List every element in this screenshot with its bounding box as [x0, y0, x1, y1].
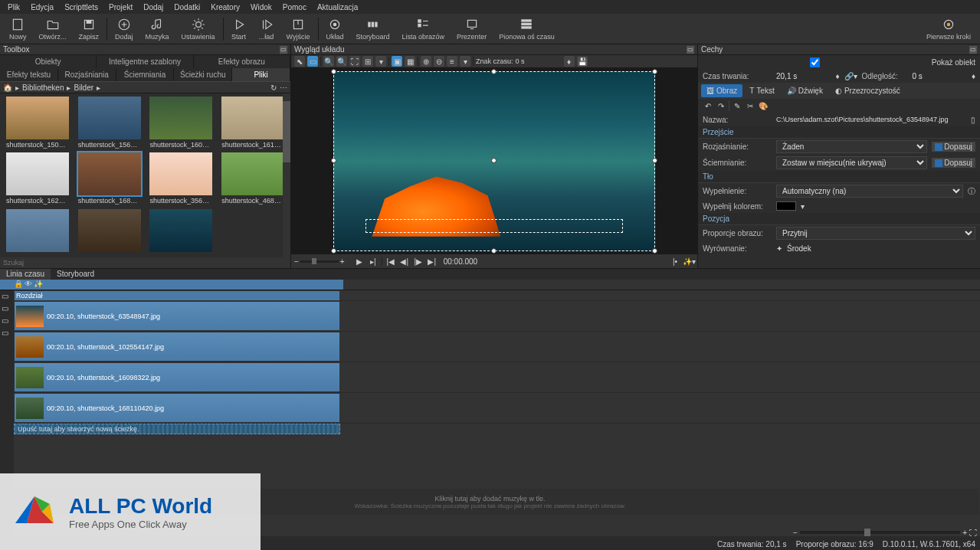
delay-value[interactable]: 0 s — [913, 72, 967, 80]
grid-icon[interactable]: ⊞ — [362, 56, 373, 67]
vertical-timeline-button[interactable]: Pionowa oś czasu — [493, 16, 561, 42]
music-button[interactable]: Muzyka — [139, 16, 175, 42]
tab-image[interactable]: 🖼Obraz — [701, 84, 742, 97]
zoom-fit-icon[interactable]: ⛶ — [969, 529, 977, 537]
save-icon[interactable]: 💾 — [577, 56, 588, 67]
lock-icon[interactable]: 🔒 — [14, 280, 23, 288]
menu-item[interactable]: Scripttlets — [60, 2, 103, 13]
thumbnail[interactable] — [75, 209, 144, 254]
thumbnail[interactable]: shutterstock_168110... — [75, 152, 144, 205]
drop-zone[interactable]: Upuść tutaj aby stworzyć nową ścieżkę. — [14, 424, 340, 434]
fx-icon[interactable]: ✨▾ — [683, 256, 694, 267]
chapter-label[interactable]: Rozdział — [16, 292, 43, 300]
menu-item[interactable]: Pomoc — [278, 2, 311, 13]
scrollbar[interactable] — [283, 93, 290, 257]
track-icon[interactable]: ▭ — [2, 292, 12, 303]
chevron-down-icon[interactable]: ▾ — [801, 202, 805, 211]
new-button[interactable]: Nowy — [3, 16, 33, 42]
stepper-icon[interactable]: ♦ — [972, 72, 975, 80]
timeline-clip[interactable]: 00:20.10, shutterstock_168110420.jpg — [14, 393, 340, 423]
storyboard-button[interactable]: Storyboard — [350, 16, 396, 42]
info-icon[interactable]: ⓘ — [968, 186, 975, 197]
stepper-icon[interactable]: ♦ — [564, 56, 575, 67]
timeline-clip[interactable]: 00:20.10, shutterstock_63548947.jpg — [14, 301, 340, 331]
timeline-clip[interactable]: 00:20.10, shutterstock_16098322.jpg — [14, 362, 340, 392]
timeline-clip[interactable]: 00:20.10, shutterstock_102554147.jpg — [14, 332, 340, 362]
align-value[interactable]: Środek — [787, 244, 975, 253]
refresh-icon[interactable]: ↻ — [270, 83, 277, 92]
track-icon[interactable]: ▭ — [2, 316, 12, 327]
prev-frame-icon[interactable]: ◀| — [399, 256, 410, 267]
tab-objects[interactable]: Obiekty — [0, 55, 97, 68]
menu-item[interactable]: Plik — [3, 2, 25, 13]
fit-button[interactable]: Dopasuj — [932, 158, 975, 168]
zoom-fit-icon[interactable]: ⛶ — [349, 56, 360, 67]
panel-collapse-icon[interactable]: ▭ — [280, 46, 287, 54]
zoom-out-icon[interactable]: 🔍 — [336, 56, 347, 67]
chevron-down-icon[interactable]: ▾ — [460, 56, 470, 67]
marker-icon[interactable]: |• — [670, 256, 680, 267]
add-button[interactable]: Dodaj — [109, 16, 139, 42]
presenter-button[interactable]: Prezenter — [451, 16, 493, 42]
color-swatch[interactable] — [776, 201, 796, 211]
save-button[interactable]: Zapisz — [73, 16, 106, 42]
fadein-select[interactable]: Żaden — [776, 140, 927, 153]
eye-icon[interactable]: 👁 — [25, 280, 32, 288]
add-frame-icon[interactable]: ⊕ — [421, 56, 431, 67]
thumbnail[interactable] — [3, 209, 72, 254]
play-from-button[interactable]: ...ład — [253, 16, 280, 42]
panel-collapse-icon[interactable]: ▭ — [969, 46, 977, 54]
preview-canvas[interactable] — [291, 67, 697, 254]
thumbnail[interactable]: shutterstock_15055... — [3, 97, 72, 149]
menu-item[interactable]: Aktualizacja — [313, 2, 362, 13]
rotate-right-icon[interactable]: ↷ — [716, 100, 726, 111]
zoom-in-icon[interactable]: 🔍 — [323, 56, 334, 67]
link-icon[interactable]: 🔗▾ — [844, 72, 857, 80]
menu-item[interactable]: Kreatory — [206, 2, 244, 13]
thumbnail[interactable]: shutterstock_162201... — [3, 152, 72, 205]
thumbnail[interactable]: shutterstock_161958... — [218, 97, 287, 149]
align-icon[interactable]: ≡ — [447, 56, 457, 67]
rotate-left-icon[interactable]: ↶ — [703, 100, 713, 111]
tab-storyboard[interactable]: Storyboard — [51, 269, 100, 280]
fill-select[interactable]: Automatyczny (na) — [776, 185, 963, 198]
skip-end-icon[interactable]: ▶| — [427, 256, 438, 267]
duration-value[interactable]: 20,1 s — [776, 72, 831, 80]
tab-fadeout[interactable]: Ściemniania — [116, 68, 175, 81]
thumbnail[interactable] — [147, 209, 216, 254]
thumbnail[interactable]: shutterstock_15679... — [75, 97, 144, 149]
zoom-minus-icon[interactable]: − — [793, 529, 798, 537]
zoom-plus-icon[interactable]: + — [962, 529, 967, 537]
tab-opacity[interactable]: ◐Przezroczystość — [830, 84, 906, 97]
crop-icon[interactable]: ✂ — [745, 100, 755, 111]
color-icon[interactable]: 🎨 — [758, 100, 769, 111]
fit-button[interactable]: Dopasuj — [932, 142, 975, 152]
safe-area-icon[interactable]: ▣ — [392, 56, 402, 67]
thumbnail[interactable]: shutterstock_16098322 — [147, 97, 216, 149]
tab-text-effects[interactable]: Efekty tekstu — [0, 68, 58, 81]
options-icon[interactable]: ⋯ — [280, 83, 287, 92]
motion-icon[interactable]: ✨ — [34, 280, 43, 288]
tab-fadein[interactable]: Rozjaśniania — [58, 68, 116, 81]
caption-area[interactable] — [365, 219, 623, 233]
menu-item[interactable]: Dodatki — [169, 2, 205, 13]
breadcrumb-item[interactable]: Bibliotheken — [22, 83, 64, 92]
edit-icon[interactable]: ✎ — [732, 100, 742, 111]
home-icon[interactable]: 🏠 — [3, 83, 12, 92]
menu-item[interactable]: Widok — [246, 2, 277, 13]
start-button[interactable]: Start — [225, 16, 253, 42]
exit-button[interactable]: Wyjście — [280, 16, 316, 42]
fadeout-select[interactable]: Zostaw w miejscu(nie ukrywaj) — [776, 156, 927, 169]
aspect-select[interactable]: Przytnij — [776, 227, 975, 240]
stepper-icon[interactable]: ♦ — [835, 72, 839, 80]
tab-motion[interactable]: Ścieżki ruchu — [174, 68, 232, 81]
timeline-ruler[interactable]: 🔒 👁 ✨ — [0, 280, 980, 290]
menu-item[interactable]: Dodaj — [139, 2, 168, 13]
thumbnail[interactable]: shutterstock_35613667 — [147, 152, 216, 205]
zoom-minus-icon[interactable]: − — [294, 257, 299, 266]
menu-item[interactable]: Projekt — [104, 2, 137, 13]
first-steps-button[interactable]: Pierwsze kroki — [920, 16, 977, 42]
next-frame-icon[interactable]: |▶ — [413, 256, 424, 267]
zoom-plus-icon[interactable]: + — [340, 257, 345, 266]
zoom-slider[interactable] — [800, 531, 960, 534]
